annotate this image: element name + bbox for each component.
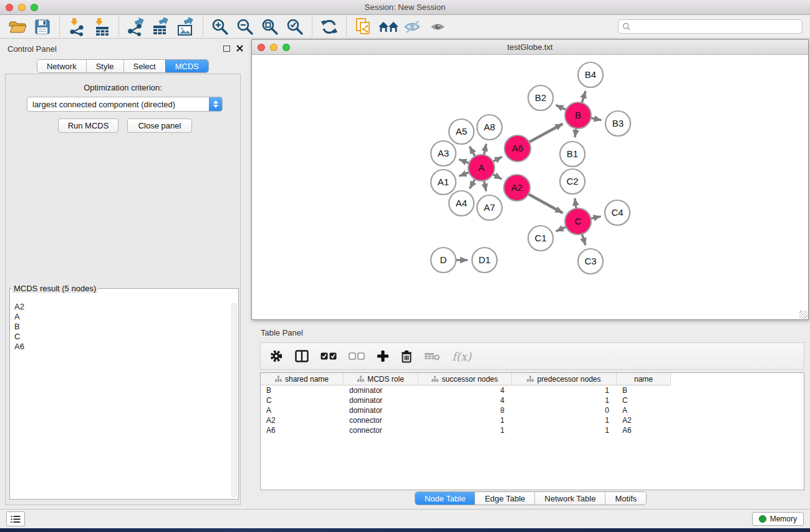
node-label-A4: A4	[456, 198, 467, 208]
close-panel-button[interactable]: Close panel	[127, 118, 192, 133]
network-zoom-button[interactable]	[282, 44, 290, 51]
memory-label: Memory	[770, 515, 797, 523]
node-label-A3: A3	[438, 148, 449, 158]
select-all-button[interactable]	[321, 352, 337, 360]
table-settings-button[interactable]	[269, 349, 283, 363]
edge-C-C3[interactable]	[582, 233, 586, 245]
list-icon	[11, 515, 21, 523]
edge-A2-C[interactable]	[528, 193, 563, 213]
window-resize-grip[interactable]	[799, 311, 808, 319]
refresh-layout-button[interactable]	[317, 16, 342, 37]
tab-mcds[interactable]: MCDS	[165, 60, 208, 72]
hide-selected-button[interactable]	[401, 16, 426, 37]
column-header-shared-name[interactable]: shared name	[261, 373, 344, 385]
result-item[interactable]: B	[11, 322, 231, 332]
table-row[interactable]: Cdominator41C	[261, 395, 804, 405]
tab-network-table[interactable]: Network Table	[534, 492, 605, 505]
app-titlebar: Session: New Session	[0, 0, 810, 15]
new-network-from-selection-button[interactable]	[351, 16, 376, 37]
minimize-window-button[interactable]	[18, 4, 26, 11]
delete-table-button[interactable]	[424, 351, 440, 361]
first-neighbors-button[interactable]	[376, 16, 401, 37]
function-builder-button[interactable]: f(x)	[452, 350, 471, 363]
network-canvas[interactable]: B4B2BB3A8A5A6A3B1AC2A1A2A4A7C4CC1DD1C3	[252, 55, 808, 319]
import-network-button[interactable]	[64, 16, 89, 37]
table-body: Bdominator41BCdominator41CAdominator80AA…	[261, 385, 804, 435]
import-table-button[interactable]	[89, 16, 114, 37]
result-item[interactable]: A6	[11, 342, 231, 352]
result-scrollbar[interactable]	[231, 303, 237, 497]
task-history-button[interactable]	[6, 511, 25, 526]
column-header-MCDS-role[interactable]: MCDS role	[344, 373, 418, 385]
window-title: Session: New Session	[365, 2, 445, 12]
deselect-all-button[interactable]	[349, 352, 365, 360]
export-table-button[interactable]	[148, 16, 173, 37]
search-field[interactable]	[618, 19, 803, 34]
columns-icon	[295, 350, 309, 362]
table-row[interactable]: Bdominator41B	[261, 385, 804, 395]
export-network-icon	[126, 17, 146, 36]
table-row[interactable]: Adominator80A	[261, 405, 804, 415]
zoom-selected-button[interactable]	[282, 16, 307, 37]
float-panel-icon[interactable]	[223, 46, 230, 52]
export-network-button[interactable]	[123, 16, 148, 37]
cell-predecessor-nodes: 1	[512, 385, 617, 395]
network-window-controls	[258, 44, 290, 51]
network-minimize-button[interactable]	[270, 44, 277, 51]
show-eye-icon	[428, 19, 448, 34]
cell-name: A2	[617, 415, 671, 425]
cell-shared-name: B	[261, 385, 344, 395]
open-session-button[interactable]	[5, 16, 30, 37]
toolbar-separator	[346, 17, 347, 37]
table-panel-title: Table Panel	[261, 328, 303, 337]
close-window-button[interactable]	[6, 4, 13, 11]
result-item[interactable]: A2	[11, 302, 231, 312]
run-mcds-button[interactable]: Run MCDS	[58, 118, 118, 133]
column-header-successor-nodes[interactable]: successor nodes	[418, 373, 512, 385]
tab-select[interactable]: Select	[123, 60, 165, 72]
add-entry-button[interactable]	[377, 350, 389, 362]
table-row[interactable]: A6connector11A6	[261, 425, 804, 435]
edge-B-B4[interactable]	[582, 91, 586, 104]
column-header-predecessor-nodes[interactable]: predecessor nodes	[512, 373, 617, 385]
column-label: shared name	[285, 375, 329, 384]
search-input[interactable]	[633, 22, 798, 32]
table-tab-row: Node TableEdge TableNetwork TableMotifs	[251, 491, 810, 505]
checked-boxes-icon	[321, 352, 337, 360]
result-item[interactable]: C	[11, 332, 231, 342]
memory-button[interactable]: Memory	[752, 512, 804, 526]
close-panel-icon[interactable]	[236, 45, 243, 52]
zoom-window-button[interactable]	[31, 4, 38, 11]
zoom-out-button[interactable]	[233, 16, 258, 37]
dropdown-stepper-icon	[209, 97, 222, 111]
main-toolbar	[0, 15, 810, 39]
tab-style[interactable]: Style	[86, 60, 123, 72]
show-all-button[interactable]	[426, 16, 451, 37]
network-close-button[interactable]	[258, 44, 265, 51]
zoom-fit-icon	[261, 18, 279, 36]
edge-A6-B[interactable]	[528, 123, 563, 142]
window-controls	[6, 4, 38, 11]
node-label-A6: A6	[512, 143, 523, 153]
tab-network[interactable]: Network	[37, 60, 86, 72]
column-label: predecessor nodes	[537, 375, 600, 384]
cell-shared-name: A6	[261, 425, 344, 435]
export-image-button[interactable]	[173, 16, 198, 37]
zoom-fit-button[interactable]	[258, 16, 282, 37]
workspace: Control Panel NetworkStyleSelectMCDS Opt…	[0, 39, 810, 509]
network-window-titlebar[interactable]: testGlobe.txt	[252, 40, 808, 55]
save-session-button[interactable]	[30, 16, 55, 37]
tab-edge-table[interactable]: Edge Table	[475, 492, 534, 505]
table-row[interactable]: A2connector11A2	[261, 415, 804, 425]
status-bar: Memory	[0, 509, 810, 528]
tab-node-table[interactable]: Node Table	[415, 492, 475, 505]
result-item[interactable]: A	[11, 312, 231, 322]
tab-motifs[interactable]: Motifs	[605, 492, 646, 505]
zoom-in-button[interactable]	[208, 16, 233, 37]
network-view-window: testGlobe.txt B4B2BB3A8A5A6A3B1AC2A1A2A4…	[251, 39, 809, 320]
show-columns-button[interactable]	[295, 350, 309, 362]
column-header-name[interactable]: name	[617, 373, 671, 385]
column-label: successor nodes	[441, 375, 498, 384]
optimization-criterion-dropdown[interactable]: largest connected component (directed)	[27, 97, 223, 112]
delete-entry-button[interactable]	[401, 350, 412, 363]
